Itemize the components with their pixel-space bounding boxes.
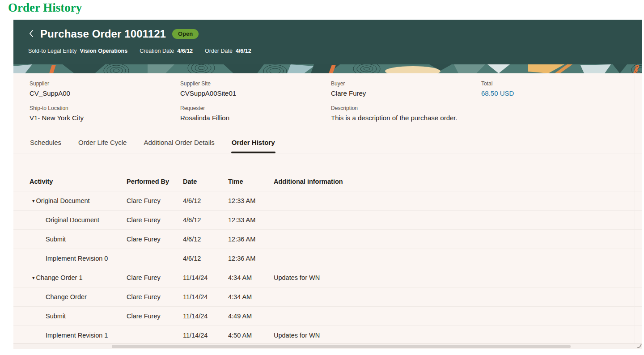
po-meta-item-sold-to-legal-entity: Sold-to Legal EntityVision Operations [28, 48, 127, 54]
time-cell: 12:36 AM [228, 255, 274, 262]
meta-value: Vision Operations [80, 48, 127, 54]
table-row[interactable]: Original DocumentClare Furey4/6/1212:33 … [13, 211, 642, 230]
column-header-performed-by: Performed By [127, 178, 183, 185]
order-history-panel: ActivityPerformed ByDateTimeAdditional i… [13, 167, 642, 345]
banner-pattern-art [13, 64, 642, 73]
tab-order-life-cycle[interactable]: Order Life Cycle [78, 138, 127, 153]
activity-label: Submit [46, 313, 66, 320]
tab-additional-order-details[interactable]: Additional Order Details [143, 138, 215, 153]
column-header-time: Time [228, 178, 274, 185]
time-cell: 12:33 AM [228, 216, 274, 224]
date-cell: 4/6/12 [183, 216, 228, 224]
summary-field-total: Total68.50 USD [481, 80, 642, 97]
time-cell: 12:36 AM [228, 236, 274, 243]
po-title: Purchase Order 1001121 [40, 28, 166, 40]
summary-field-buyer: BuyerClare Furey [331, 80, 481, 97]
activity-label: Submit [46, 236, 66, 243]
field-label: Description [331, 105, 481, 112]
table-row[interactable]: SubmitClare Furey11/14/244:49 AM [13, 307, 642, 326]
scrollbar-thumb[interactable] [112, 345, 571, 348]
total-amount-link[interactable]: 68.50 USD [481, 89, 642, 97]
activity-cell: Original Document [30, 216, 127, 224]
time-cell: 12:33 AM [228, 197, 274, 204]
column-header-activity: Activity [30, 178, 127, 185]
time-cell: 4:34 AM [228, 274, 274, 281]
date-cell: 4/6/12 [183, 255, 228, 262]
date-cell: 4/6/12 [183, 236, 228, 243]
po-content: SupplierCV_SuppA00Supplier SiteCVSuppA00… [13, 73, 642, 349]
table-row[interactable]: ▾Original DocumentClare Furey4/6/1212:33… [13, 191, 642, 211]
meta-label: Sold-to Legal Entity [28, 48, 76, 54]
field-value: CV_SuppA00 [30, 89, 180, 97]
activity-cell: Change Order [30, 293, 127, 300]
expand-icon[interactable]: ▾ [32, 275, 35, 280]
activity-label: Implement Revision 0 [46, 255, 108, 262]
field-label: Total [481, 80, 642, 87]
summary-field-description: DescriptionThis is a description of the … [331, 105, 481, 122]
table-row[interactable]: Change OrderClare Furey11/14/244:34 AM [13, 287, 642, 307]
activity-cell: Implement Revision 0 [30, 255, 127, 262]
activity-cell: ▾Original Document [30, 197, 127, 204]
table-row[interactable]: Implement Revision 111/14/244:50 AMUpdat… [13, 326, 642, 345]
date-cell: 11/14/24 [183, 293, 228, 300]
field-label: Supplier [30, 80, 180, 87]
activity-label: Change Order [46, 293, 87, 300]
field-value: Rosalinda Fillion [180, 114, 331, 122]
summary-field-requester: RequesterRosalinda Fillion [180, 105, 331, 122]
table-body: ▾Original DocumentClare Furey4/6/1212:33… [13, 191, 642, 345]
page-title: Order History [0, 0, 644, 20]
meta-value: 4/6/12 [177, 48, 193, 54]
po-meta-row: Sold-to Legal EntityVision OperationsCre… [28, 48, 642, 54]
date-cell: 4/6/12 [183, 197, 228, 204]
time-cell: 4:50 AM [228, 332, 274, 339]
tab-bar: SchedulesOrder Life CycleAdditional Orde… [13, 138, 642, 153]
field-value: Clare Furey [331, 89, 481, 97]
field-label: Ship-to Location [30, 105, 180, 112]
field-label: Supplier Site [180, 80, 331, 87]
tab-schedules[interactable]: Schedules [30, 138, 62, 153]
activity-label: Original Document [36, 197, 90, 204]
po-meta-item-order-date: Order Date4/6/12 [205, 48, 251, 54]
meta-label: Creation Date [140, 48, 174, 54]
activity-cell: Submit [30, 236, 127, 243]
table-row[interactable]: Implement Revision 04/6/1212:36 AM [13, 249, 642, 268]
table-row[interactable]: SubmitClare Furey4/6/1212:36 AM [13, 230, 642, 249]
horizontal-scrollbar[interactable] [13, 343, 642, 349]
back-button[interactable] [28, 29, 34, 39]
po-summary-grid: SupplierCV_SuppA00Supplier SiteCVSuppA00… [13, 73, 642, 122]
field-value: V1- New York City [30, 114, 180, 122]
summary-field-ship-to-location: Ship-to LocationV1- New York City [30, 105, 180, 122]
resize-grip-icon[interactable] [637, 344, 642, 348]
summary-field-supplier: SupplierCV_SuppA00 [30, 80, 180, 97]
table-row[interactable]: ▾Change Order 1Clare Furey11/14/244:34 A… [13, 268, 642, 287]
field-value: CVSuppA00Site01 [180, 89, 331, 97]
po-header: Purchase Order 1001121 Open Sold-to Lega… [13, 20, 642, 64]
tab-order-history[interactable]: Order History [231, 138, 275, 153]
activity-cell: Implement Revision 1 [30, 332, 127, 339]
activity-label: Original Document [46, 216, 99, 224]
column-header-additional-information: Additional information [274, 178, 642, 185]
performed-by-cell: Clare Furey [127, 236, 183, 243]
expand-icon[interactable]: ▾ [32, 199, 35, 203]
time-cell: 4:34 AM [228, 293, 274, 300]
additional-info-cell: Updates for WN [274, 274, 642, 281]
po-title-row: Purchase Order 1001121 Open [28, 26, 642, 42]
date-cell: 11/14/24 [183, 332, 228, 339]
right-divider [635, 73, 635, 343]
field-label: Buyer [331, 80, 481, 87]
status-badge: Open [172, 29, 199, 39]
po-meta-item-creation-date: Creation Date4/6/12 [140, 48, 193, 54]
performed-by-cell: Clare Furey [127, 293, 183, 300]
summary-field-supplier-site: Supplier SiteCVSuppA00Site01 [180, 80, 331, 97]
performed-by-cell: Clare Furey [127, 313, 183, 320]
date-cell: 11/14/24 [183, 313, 228, 320]
meta-value: 4/6/12 [236, 48, 251, 54]
field-value: This is a description of the purchase or… [331, 114, 481, 122]
table-header-row: ActivityPerformed ByDateTimeAdditional i… [13, 167, 642, 191]
back-chevron-icon [28, 29, 34, 39]
performed-by-cell: Clare Furey [127, 274, 183, 281]
decorative-banner [13, 64, 642, 73]
performed-by-cell: Clare Furey [127, 216, 183, 224]
activity-cell: ▾Change Order 1 [30, 274, 127, 281]
field-label: Requester [180, 105, 331, 112]
